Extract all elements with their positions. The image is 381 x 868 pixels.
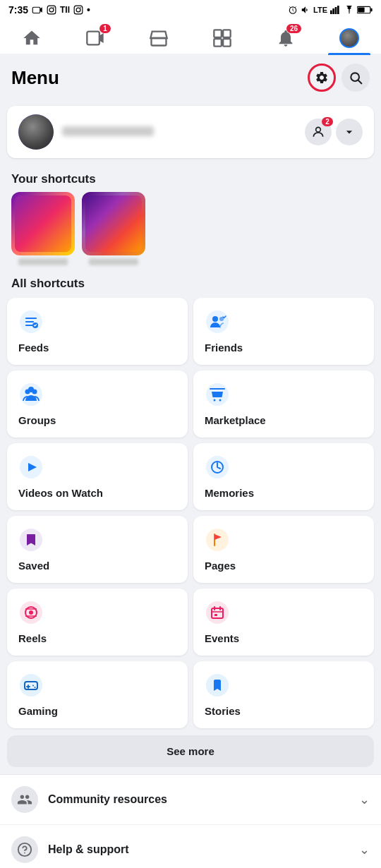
svg-rect-15 bbox=[370, 8, 372, 12]
svg-rect-11 bbox=[335, 7, 337, 14]
svg-line-25 bbox=[358, 80, 362, 84]
svg-point-32 bbox=[20, 383, 42, 406]
svg-point-3 bbox=[49, 8, 54, 12]
switch-account-btn[interactable]: 2 bbox=[305, 119, 332, 145]
svg-point-35 bbox=[28, 387, 34, 392]
switch-badge: 2 bbox=[322, 117, 333, 126]
saved-icon bbox=[18, 527, 44, 553]
friends-icon bbox=[205, 309, 230, 334]
grid-item-stories[interactable]: Stories bbox=[193, 661, 374, 728]
grid-item-groups[interactable]: Groups bbox=[7, 370, 188, 438]
svg-point-38 bbox=[219, 399, 222, 402]
shortcut-item-1[interactable] bbox=[11, 192, 75, 265]
menu-title: Menu bbox=[11, 67, 59, 89]
svg-rect-12 bbox=[337, 6, 339, 14]
grid-item-friends[interactable]: Friends bbox=[193, 298, 374, 365]
avatar bbox=[18, 114, 54, 150]
grid-item-videos-on-watch[interactable]: Videos on Watch bbox=[7, 443, 188, 510]
grid-item-gaming[interactable]: Gaming bbox=[7, 661, 188, 728]
shortcut-name-1 bbox=[18, 258, 68, 265]
search-button[interactable] bbox=[341, 64, 370, 92]
svg-point-7 bbox=[80, 7, 81, 8]
grid-item-reels[interactable]: Reels bbox=[7, 589, 188, 656]
accordion-item-help[interactable]: Help & support ⌄ bbox=[0, 825, 381, 868]
grid-item-saved[interactable]: Saved bbox=[7, 516, 188, 583]
see-more-button[interactable]: See more bbox=[7, 735, 374, 767]
videos-on-watch-label: Videos on Watch bbox=[18, 487, 176, 499]
video-badge: 1 bbox=[99, 24, 111, 33]
nav-item-video[interactable]: 1 bbox=[74, 25, 116, 51]
svg-point-6 bbox=[76, 8, 80, 12]
dot-icon: • bbox=[87, 4, 90, 16]
svg-point-30 bbox=[212, 316, 218, 322]
all-shortcuts-label: All shortcuts bbox=[0, 271, 381, 298]
svg-rect-21 bbox=[223, 30, 231, 37]
svg-point-37 bbox=[214, 399, 216, 402]
community-icon bbox=[11, 786, 38, 813]
settings-button[interactable] bbox=[308, 64, 336, 92]
profile-name bbox=[62, 126, 154, 138]
feeds-icon bbox=[18, 309, 44, 334]
svg-rect-22 bbox=[214, 39, 222, 46]
nav-item-notifications[interactable]: 26 bbox=[265, 25, 307, 51]
reels-icon bbox=[18, 600, 44, 625]
status-left: 7:35 TII • bbox=[8, 4, 90, 16]
profile-left bbox=[18, 114, 154, 150]
svg-point-56 bbox=[20, 674, 42, 697]
ti-text: TII bbox=[60, 5, 70, 15]
nav-item-marketplace[interactable] bbox=[138, 25, 180, 51]
alarm-icon bbox=[288, 5, 298, 15]
svg-point-13 bbox=[349, 12, 350, 13]
svg-rect-10 bbox=[332, 8, 334, 14]
svg-rect-5 bbox=[74, 6, 83, 14]
accordion-item-community[interactable]: Community resources ⌄ bbox=[0, 774, 381, 824]
grid-item-feeds[interactable]: Feeds bbox=[7, 298, 188, 365]
svg-rect-9 bbox=[330, 11, 332, 14]
friends-label: Friends bbox=[205, 342, 363, 354]
gaming-icon bbox=[18, 673, 44, 698]
time: 7:35 bbox=[8, 4, 28, 16]
shortcut-item-2[interactable] bbox=[82, 192, 145, 265]
feeds-label: Feeds bbox=[18, 342, 176, 354]
grid-item-events[interactable]: Events bbox=[193, 589, 374, 656]
memories-label: Memories bbox=[205, 487, 363, 499]
svg-point-26 bbox=[316, 127, 321, 132]
gear-icon bbox=[315, 71, 329, 85]
marketplace-icon bbox=[205, 382, 230, 407]
help-label: Help & support bbox=[48, 843, 349, 856]
marketplace-label: Marketplace bbox=[205, 414, 363, 426]
battery-icon bbox=[357, 6, 373, 14]
shortcut-name-2 bbox=[89, 258, 138, 265]
groups-label: Groups bbox=[18, 414, 176, 426]
grid-item-marketplace[interactable]: Marketplace bbox=[193, 370, 374, 438]
svg-rect-16 bbox=[358, 7, 364, 12]
svg-point-44 bbox=[206, 529, 229, 551]
search-icon bbox=[349, 71, 363, 85]
svg-point-47 bbox=[29, 610, 33, 615]
store-icon bbox=[149, 28, 169, 48]
status-bar: 7:35 TII • LTE bbox=[0, 0, 381, 20]
nav-item-home[interactable] bbox=[11, 25, 53, 51]
lte-icon: LTE bbox=[313, 6, 327, 14]
your-shortcuts-label: Your shortcuts bbox=[0, 164, 381, 192]
pages-label: Pages bbox=[205, 560, 363, 572]
switch-icon bbox=[311, 125, 325, 139]
grid-item-memories[interactable]: Memories bbox=[193, 443, 374, 510]
nav-item-menu[interactable] bbox=[328, 25, 370, 51]
profile-section[interactable]: 2 bbox=[7, 106, 374, 158]
grid-item-pages[interactable]: Pages bbox=[193, 516, 374, 583]
nav-avatar bbox=[339, 28, 359, 48]
status-right: LTE bbox=[288, 5, 373, 15]
home-icon bbox=[22, 28, 42, 48]
community-label: Community resources bbox=[48, 793, 349, 806]
stories-label: Stories bbox=[205, 705, 363, 717]
instagram2-icon bbox=[73, 5, 83, 15]
shortcuts-row bbox=[0, 192, 381, 271]
pages-icon bbox=[205, 527, 230, 553]
dropdown-btn[interactable] bbox=[336, 119, 363, 145]
svg-rect-55 bbox=[214, 614, 217, 616]
nav-item-groups[interactable] bbox=[201, 25, 243, 51]
svg-rect-23 bbox=[223, 39, 231, 46]
svg-rect-20 bbox=[214, 30, 222, 37]
help-chevron: ⌄ bbox=[359, 842, 370, 857]
